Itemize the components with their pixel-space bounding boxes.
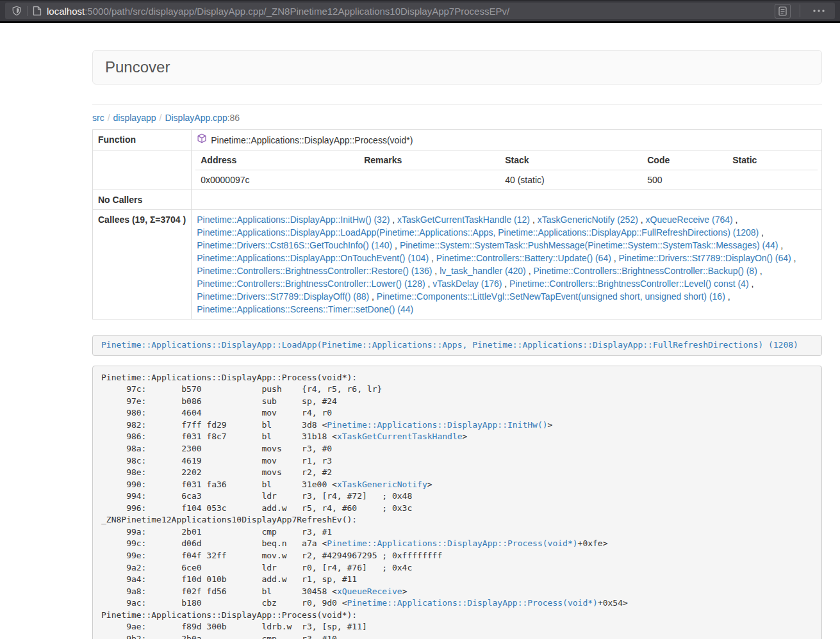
function-row-label: Function: [93, 130, 192, 150]
no-callers-row: No Callers: [93, 190, 822, 210]
callee-link[interactable]: Pinetime::Controllers::BrightnessControl…: [533, 266, 757, 276]
url-path: :5000/path/src/displayapp/DisplayApp.cpp…: [85, 6, 509, 17]
callee-separator: ,: [638, 214, 646, 225]
breadcrumb-separator: /: [108, 113, 110, 123]
callee-separator: ,: [733, 214, 738, 225]
breadcrumb-link-displayapp[interactable]: displayapp: [113, 113, 156, 123]
breadcrumb-link-src[interactable]: src: [92, 113, 104, 123]
assembly-code: Pinetime::Applications::DisplayApp::Proc…: [92, 366, 822, 639]
callee-link[interactable]: Pinetime::Controllers::BrightnessControl…: [197, 279, 425, 289]
page-icon[interactable]: [33, 6, 42, 16]
column-header-static: Static: [727, 150, 818, 170]
shield-icon[interactable]: [12, 6, 22, 16]
page-title: Puncover: [105, 58, 170, 76]
callee-link[interactable]: vTaskDelay (176): [432, 279, 502, 289]
callee-link[interactable]: Pinetime::Applications::DisplayApp::Init…: [197, 214, 390, 225]
no-callers-label: No Callers: [93, 190, 192, 210]
callee-link[interactable]: lv_task_handler (420): [440, 266, 526, 276]
package-cube-icon: [197, 133, 207, 147]
asm-symbol-link[interactable]: Pinetime::Applications::DisplayApp::Proc…: [347, 598, 598, 608]
callee-link[interactable]: Pinetime::Applications::Screens::Timer::…: [197, 304, 413, 314]
callee-link[interactable]: xTaskGetCurrentTaskHandle (12): [397, 214, 530, 225]
url-bar[interactable]: localhost:5000/path/src/displayapp/Displ…: [5, 3, 835, 19]
callee-link[interactable]: Pinetime::Controllers::BrightnessControl…: [509, 279, 748, 289]
breadcrumb-separator: /: [160, 113, 162, 123]
callee-link[interactable]: Pinetime::Applications::DisplayApp::OnTo…: [197, 253, 429, 263]
asm-symbol-link[interactable]: Pinetime::Applications::DisplayApp::Init…: [327, 420, 547, 430]
callee-link[interactable]: Pinetime::Drivers::St7789::DisplayOn() (…: [619, 253, 791, 263]
stack-value: 40 (static): [500, 170, 642, 190]
callee-separator: ,: [778, 240, 783, 250]
column-header-stack: Stack: [500, 150, 642, 170]
callee-separator: ,: [526, 266, 534, 276]
urlbar-divider: [27, 6, 28, 16]
breadcrumb: src/displayapp/DisplayApp.cpp:86: [92, 111, 822, 124]
function-row: Function Pinetime::Applications::Display…: [93, 130, 822, 150]
column-header-remarks: Remarks: [359, 150, 500, 170]
load-app-link[interactable]: Pinetime::Applications::DisplayApp::Load…: [101, 340, 798, 350]
callee-separator: ,: [757, 266, 762, 276]
callee-link[interactable]: Pinetime::Components::LittleVgl::SetNewT…: [377, 291, 725, 302]
callee-link[interactable]: Pinetime::Controllers::BrightnessControl…: [197, 266, 432, 276]
asm-symbol-link[interactable]: xTaskGenericNotify: [337, 480, 427, 489]
stats-table: Address Remarks Stack Code Static 0x0000…: [195, 150, 818, 190]
asm-symbol-link[interactable]: Pinetime::Applications::DisplayApp::Proc…: [327, 538, 577, 548]
callee-link[interactable]: xQueueReceive (764): [646, 214, 733, 225]
url-text[interactable]: localhost:5000/path/src/displayapp/Displ…: [47, 6, 770, 17]
callee-separator: ,: [369, 291, 377, 302]
callee-separator: ,: [432, 266, 440, 276]
asm-symbol-link[interactable]: xTaskGetCurrentTaskHandle: [337, 432, 463, 441]
callees-label: Callees (19, Σ=3704 ): [93, 210, 192, 320]
callee-link[interactable]: Pinetime::System::SystemTask::PushMessag…: [400, 240, 778, 250]
callee-separator: ,: [725, 291, 730, 302]
urlbar-divider: [800, 4, 800, 17]
callee-separator: ,: [390, 214, 397, 225]
callees-list: Pinetime::Applications::DisplayApp::Init…: [192, 210, 822, 320]
column-header-address: Address: [195, 150, 359, 170]
callee-separator: ,: [759, 227, 764, 238]
callee-separator: ,: [502, 279, 509, 289]
function-name: Pinetime::Applications::DisplayApp::Proc…: [211, 134, 413, 147]
callee-link[interactable]: Pinetime::Controllers::Battery::Update()…: [436, 253, 611, 263]
callee-link[interactable]: Pinetime::Drivers::St7789::DisplayOff() …: [197, 291, 369, 302]
column-header-code: Code: [642, 150, 727, 170]
function-detail-table: Function Pinetime::Applications::Display…: [92, 129, 822, 320]
static-value: [727, 170, 818, 190]
stats-row: Address Remarks Stack Code Static 0x0000…: [93, 150, 822, 190]
overflow-menu-icon[interactable]: [809, 8, 828, 13]
callee-link[interactable]: Pinetime::Drivers::Cst816S::GetTouchInfo…: [197, 240, 392, 250]
callees-row: Callees (19, Σ=3704 ) Pinetime::Applicat…: [93, 210, 822, 320]
page-container: Puncover src/displayapp/DisplayApp.cpp:8…: [92, 50, 822, 639]
stats-values-row: 0x0000097c 40 (static) 500: [195, 170, 818, 190]
callee-separator: ,: [530, 214, 538, 225]
callee-separator: ,: [749, 279, 754, 289]
address-value: 0x0000097c: [195, 170, 359, 190]
url-hostname: localhost: [47, 6, 85, 17]
callee-link[interactable]: Pinetime::Applications::DisplayApp::Load…: [197, 227, 759, 238]
callee-separator: ,: [392, 240, 400, 250]
breadcrumb-link-file[interactable]: DisplayApp.cpp: [165, 113, 227, 123]
callee-separator: ,: [791, 253, 796, 263]
window-edge-divider: [0, 21, 840, 23]
callee-separator: ,: [611, 253, 619, 263]
divider: [92, 104, 822, 105]
reader-mode-icon[interactable]: [775, 4, 791, 19]
asm-symbol-link[interactable]: xQueueReceive: [337, 586, 402, 596]
remarks-value: [359, 170, 500, 190]
breadcrumb-line-number: :86: [227, 113, 240, 123]
callee-separator: ,: [429, 253, 436, 263]
callee-separator: ,: [425, 279, 433, 289]
browser-toolbar: localhost:5000/path/src/displayapp/Displ…: [0, 0, 840, 21]
code-value: 500: [642, 170, 727, 190]
callee-link[interactable]: xTaskGenericNotify (252): [538, 214, 638, 225]
highlighted-callee-block: Pinetime::Applications::DisplayApp::Load…: [92, 335, 822, 356]
app-title-panel: Puncover: [92, 50, 822, 85]
